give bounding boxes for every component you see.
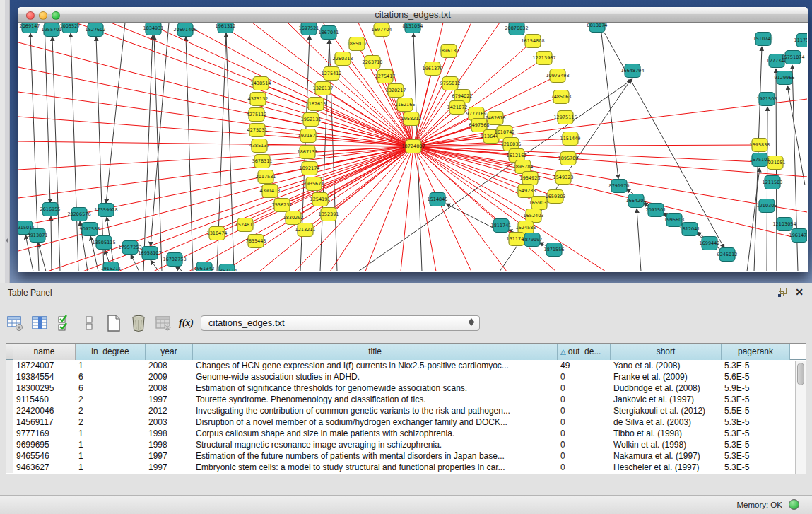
vertical-scrollbar[interactable] <box>795 361 806 474</box>
table-row[interactable]: 1872400712008Changes of HCN gene express… <box>6 360 806 371</box>
network-node[interactable]: 1514845 <box>428 193 448 206</box>
table-cell[interactable]: Jankovic et al. (1997) <box>611 394 722 405</box>
table-cell[interactable]: Estimation of the future numbers of pati… <box>193 450 558 462</box>
table-cell[interactable]: 0 <box>558 416 611 428</box>
table-cell[interactable]: 2 <box>76 394 146 405</box>
network-node[interactable]: 9245012 <box>717 248 738 262</box>
new-column-icon[interactable] <box>105 314 123 332</box>
network-node[interactable]: 12975115 <box>553 111 577 124</box>
table-cell[interactable]: 1 <box>76 439 146 450</box>
table-row[interactable]: 969969511998Structural magnetic resonanc… <box>6 439 806 450</box>
network-node[interactable]: 17359928 <box>94 204 117 217</box>
network-node[interactable]: 1961379 <box>423 62 443 76</box>
table-cell[interactable]: Corpus callosum shape and size in male p… <box>193 428 558 439</box>
network-edge[interactable] <box>18 146 413 198</box>
network-node[interactable]: 2616955 <box>40 203 61 216</box>
network-node[interactable]: 1318474 <box>207 227 228 240</box>
table-cell[interactable]: 0 <box>558 371 611 382</box>
network-node[interactable]: 1610742 <box>495 126 515 139</box>
network-node[interactable]: 1811741 <box>491 219 512 233</box>
table-cell[interactable]: Yano et al. (2008) <box>611 360 722 371</box>
table-row[interactable]: 1938455462009Genome-wide association stu… <box>6 371 806 382</box>
network-node[interactable]: 16648794 <box>620 64 644 78</box>
table-cell[interactable]: 5.3E-5 <box>722 439 790 450</box>
network-node[interactable]: 1961471 <box>789 229 807 243</box>
network-edge[interactable] <box>413 146 807 212</box>
network-edge[interactable] <box>52 37 60 271</box>
table-cell[interactable]: 5.6E-5 <box>722 371 790 382</box>
table-selector-dropdown[interactable]: citations_edges.txt <box>201 315 480 331</box>
network-node[interactable]: 1697521 <box>299 23 319 35</box>
network-node[interactable]: 1575101 <box>750 153 770 167</box>
network-node[interactable]: 1867041 <box>319 26 339 40</box>
checked-rows-icon[interactable] <box>55 314 73 332</box>
network-node[interactable]: 16154808 <box>521 35 544 48</box>
network-node[interactable]: 1892174 <box>300 162 320 175</box>
table-cell[interactable]: 18300295 <box>13 382 76 394</box>
network-node[interactable]: 1659303 <box>546 190 566 204</box>
table-cell[interactable]: 5.3E-5 <box>722 450 790 462</box>
table-cell[interactable]: 2003 <box>146 416 193 428</box>
network-node[interactable]: 1895789 <box>558 152 579 165</box>
table-cell[interactable]: Structural magnetic resonance image aver… <box>193 439 558 450</box>
table-cell[interactable]: 1998 <box>146 439 193 450</box>
table-cell[interactable]: 2009 <box>146 371 193 382</box>
network-node[interactable]: 1117539 <box>794 34 807 47</box>
network-node[interactable]: 1896132 <box>439 45 459 58</box>
table-cell[interactable]: 0 <box>558 439 611 450</box>
table-cell[interactable]: 5.3E-5 <box>722 394 790 405</box>
delete-icon[interactable] <box>129 314 148 332</box>
network-node[interactable]: 1867133 <box>298 146 318 159</box>
network-node[interactable]: 7485063 <box>551 90 572 104</box>
network-view-window[interactable]: citations_edges.txt 14385144375132427511… <box>18 7 808 272</box>
network-edge[interactable] <box>257 115 413 146</box>
network-node[interactable]: 7536231 <box>272 199 293 212</box>
network-node[interactable]: 1510741 <box>753 33 774 46</box>
table-cell[interactable]: 1 <box>76 360 146 371</box>
table-cell[interactable]: 9463627 <box>13 462 76 473</box>
network-node[interactable]: 1549233 <box>516 185 536 198</box>
table-cell[interactable]: 6 <box>76 371 146 382</box>
table-cell[interactable]: Genome-wide association studies in ADHD. <box>193 371 558 382</box>
network-node[interactable]: 16782753 <box>163 253 186 267</box>
table-cell[interactable]: 5.9E-5 <box>722 382 790 394</box>
table-cell[interactable]: 0 <box>558 405 611 416</box>
table-cell[interactable]: 5.3E-5 <box>722 428 790 439</box>
table-cell[interactable]: 0 <box>558 428 611 439</box>
network-node[interactable]: 1352391 <box>319 208 339 221</box>
table-cell[interactable]: 2 <box>76 416 146 428</box>
network-node[interactable]: 1962131 <box>301 113 322 127</box>
network-node[interactable]: 1961342 <box>194 262 215 272</box>
network-edge[interactable] <box>182 23 413 146</box>
table-cell[interactable]: Tibbo et al. (1998) <box>611 428 722 439</box>
network-node[interactable]: 4275031 <box>247 124 268 137</box>
network-node[interactable]: 1871556 <box>544 243 565 257</box>
table-cell[interactable]: Franke et al. (2009) <box>611 371 722 382</box>
table-cell[interactable]: Embryonic stem cells: a model to study s… <box>193 462 558 473</box>
network-edge[interactable] <box>413 146 436 271</box>
network-node[interactable]: 1211503 <box>763 176 783 189</box>
network-node[interactable]: 1935671 <box>304 177 324 191</box>
network-edge[interactable] <box>106 23 125 204</box>
table-cell[interactable]: 9115460 <box>13 394 76 405</box>
network-node[interactable]: 2069147 <box>20 23 40 33</box>
network-node[interactable]: 2017531 <box>256 170 276 184</box>
network-edge[interactable] <box>308 136 413 146</box>
table-cell[interactable]: 18724007 <box>13 360 76 371</box>
table-cell[interactable]: 1 <box>76 450 146 462</box>
network-node[interactable]: 9097588 <box>80 223 100 236</box>
row-height-icon[interactable] <box>80 314 98 332</box>
table-options-icon[interactable] <box>6 314 24 332</box>
table-cell[interactable]: Investigating the contribution of common… <box>193 405 558 416</box>
table-cell[interactable]: 1997 <box>146 462 193 473</box>
network-node[interactable]: 1162615 <box>306 98 326 111</box>
network-node[interactable]: 1438514 <box>251 77 271 90</box>
column-header-in-degree[interactable]: in_degree <box>76 344 146 360</box>
network-node[interactable]: 2091501 <box>646 204 666 217</box>
network-node[interactable]: 1699442 <box>700 237 720 250</box>
table-cell[interactable]: Dudbridge et al. (2008) <box>611 382 722 394</box>
table-cell[interactable]: 1 <box>76 428 146 439</box>
table-cell[interactable]: Nakamura et al. (1997) <box>611 450 722 462</box>
network-edge[interactable] <box>747 168 760 271</box>
network-node[interactable]: 7635443 <box>246 235 266 248</box>
